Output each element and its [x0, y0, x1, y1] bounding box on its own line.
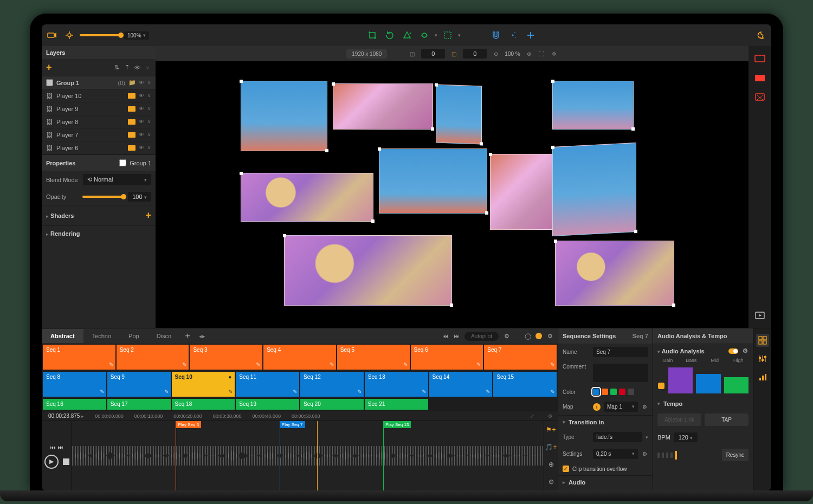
seq-cell[interactable]: Seq 21	[365, 399, 428, 410]
tempo-section[interactable]: ▾Tempo	[653, 397, 753, 410]
collapse-icon[interactable]: ∨	[144, 64, 151, 71]
seq-cell[interactable]: Seq 19	[236, 399, 299, 410]
tab-abstract[interactable]: Abstract	[42, 329, 83, 343]
map-info-icon[interactable]: i	[593, 403, 601, 411]
screen-outline-icon[interactable]	[753, 51, 767, 66]
seq-cell[interactable]: Seq 1✎	[43, 345, 115, 370]
seq-cell[interactable]: Seq 7✎	[484, 345, 557, 370]
mapping-icon[interactable]	[753, 91, 767, 105]
preview-icon[interactable]	[753, 308, 767, 322]
palette-icon[interactable]	[754, 28, 768, 42]
visibility-bulk-icon[interactable]: 👁	[134, 64, 141, 71]
grid-view-icon[interactable]	[756, 334, 769, 347]
audio-section[interactable]: ▸Audio	[558, 475, 653, 489]
waveform-track[interactable]: Play Seq 3 Play Seq 7 Play Seq 13	[72, 421, 544, 490]
seq-comment-input[interactable]	[593, 364, 648, 382]
record-icon[interactable]	[535, 333, 542, 339]
bounds-icon[interactable]	[441, 28, 455, 42]
layer-color[interactable]	[128, 93, 136, 99]
seq-name-input[interactable]: Seq 7	[593, 347, 648, 357]
layer-row[interactable]: 🖼Player 7👁∨	[42, 128, 156, 141]
play-button[interactable]: ▶	[44, 455, 59, 469]
eye-icon[interactable]: 👁	[139, 80, 144, 86]
settings-icon[interactable]: ⚙	[546, 333, 553, 340]
transition-section[interactable]: ▾Transition in	[558, 415, 653, 429]
marker-play-seq-7[interactable]: Play Seq 7	[280, 421, 280, 490]
audio-icon[interactable]: 🎵+	[545, 443, 557, 451]
marker-play-seq-3[interactable]: Play Seq 3	[176, 421, 176, 490]
transition-duration[interactable]: 0,20 s▾	[593, 449, 638, 459]
seq-cell-active[interactable]: Seq 10●✎	[172, 372, 235, 397]
rotate-icon[interactable]	[383, 28, 397, 42]
crop-icon[interactable]	[365, 28, 379, 42]
seq-cell[interactable]: Seq 14✎	[429, 372, 493, 397]
tl-gear-icon[interactable]: ⚙	[546, 412, 553, 419]
surface[interactable]	[552, 81, 634, 130]
pan-icon[interactable]: ✥	[551, 50, 558, 57]
blend-mode-dropdown[interactable]: ⟲ Normal▾	[83, 174, 151, 185]
ableton-link-button[interactable]: Ableton Link	[657, 413, 701, 426]
brightness-icon[interactable]	[62, 28, 76, 42]
map-gear-icon[interactable]: ⚙	[641, 403, 648, 410]
playhead[interactable]	[317, 421, 318, 490]
next-icon[interactable]: ⏭	[453, 333, 460, 340]
surface[interactable]	[284, 235, 452, 306]
seq-cell[interactable]: Seq 15✎	[493, 372, 557, 397]
brightness-slider[interactable]	[80, 34, 121, 36]
prev-icon[interactable]: ⏮	[442, 333, 449, 340]
zoom-in-icon[interactable]: ⊕	[526, 50, 533, 57]
analysis-gear-icon[interactable]: ⚙	[741, 347, 749, 354]
surface[interactable]	[241, 81, 327, 151]
opacity-value[interactable]: 100 ▾	[128, 192, 151, 202]
seq-cell[interactable]: Seq 17	[107, 399, 171, 410]
filter-icon[interactable]: ⇅	[113, 64, 120, 71]
surface[interactable]	[333, 83, 433, 130]
layer-row[interactable]: 🖼Player 8👁∨	[42, 115, 156, 128]
seq-cell[interactable]: Seq 18	[172, 399, 235, 410]
seq-cell[interactable]: Seq 6✎	[411, 345, 483, 370]
autopilot-pill[interactable]: Autopilot	[464, 332, 499, 341]
surface[interactable]	[552, 143, 636, 236]
opacity-slider[interactable]	[82, 196, 124, 198]
analysis-toggle[interactable]	[728, 348, 738, 354]
seq-cell[interactable]: Seq 4✎	[263, 345, 336, 370]
seq-cell[interactable]: Seq 9✎	[107, 372, 171, 397]
add-layer-button[interactable]: +	[46, 62, 52, 73]
levels-icon[interactable]	[756, 371, 769, 384]
seq-cell[interactable]: Seq 11✎	[236, 372, 299, 397]
group-checkbox[interactable]	[46, 79, 53, 86]
zoom-value[interactable]: 100 %	[505, 51, 520, 57]
gear-icon[interactable]: ⚙	[503, 333, 510, 340]
sort-icon[interactable]: ⤒	[124, 64, 131, 71]
seq-cell[interactable]: Seq 13✎	[365, 372, 428, 397]
add-tab-button[interactable]: +	[180, 331, 195, 341]
resync-button[interactable]: Resync	[722, 449, 749, 461]
zoom-tl-out-icon[interactable]: ⊖	[549, 478, 554, 486]
surface[interactable]	[241, 173, 373, 222]
transition-type[interactable]: fade.fs	[593, 432, 642, 442]
props-group-checkbox[interactable]	[119, 159, 126, 166]
skip-start-icon[interactable]: ⏮	[50, 444, 56, 450]
tab-disco[interactable]: Disco	[148, 329, 180, 343]
zoom-tl-in-icon[interactable]: ⊕	[549, 461, 554, 468]
tab-pop[interactable]: Pop	[120, 329, 148, 343]
flag-icon[interactable]: ⚑+	[546, 426, 556, 434]
tab-techno[interactable]: Techno	[83, 329, 120, 343]
sparkle-icon[interactable]	[506, 28, 520, 42]
record-outline-icon[interactable]: ◯	[524, 333, 531, 340]
layer-group[interactable]: Group 1 (0) 📁 👁∨	[42, 76, 156, 89]
tab-nav[interactable]: ◂▸	[195, 329, 209, 343]
mask-icon[interactable]	[417, 28, 431, 42]
transition-gear-icon[interactable]: ⚙	[641, 450, 648, 457]
fit-icon[interactable]: ⛶	[538, 50, 545, 57]
marker-play-seq-13[interactable]: Play Seq 13	[383, 421, 384, 490]
skip-end-icon[interactable]: ⏭	[58, 444, 63, 450]
perspective-icon[interactable]: +	[400, 28, 414, 42]
mixer-icon[interactable]	[756, 352, 769, 365]
grid-x-value[interactable]: 0	[421, 49, 445, 59]
layer-row[interactable]: 🖼Player 10👁∨	[42, 89, 156, 102]
add-icon[interactable]	[524, 28, 538, 42]
expand-tl-icon[interactable]: ⤢	[528, 412, 535, 419]
bpm-value[interactable]: 120 ▾	[674, 432, 698, 442]
surface[interactable]	[555, 241, 674, 306]
